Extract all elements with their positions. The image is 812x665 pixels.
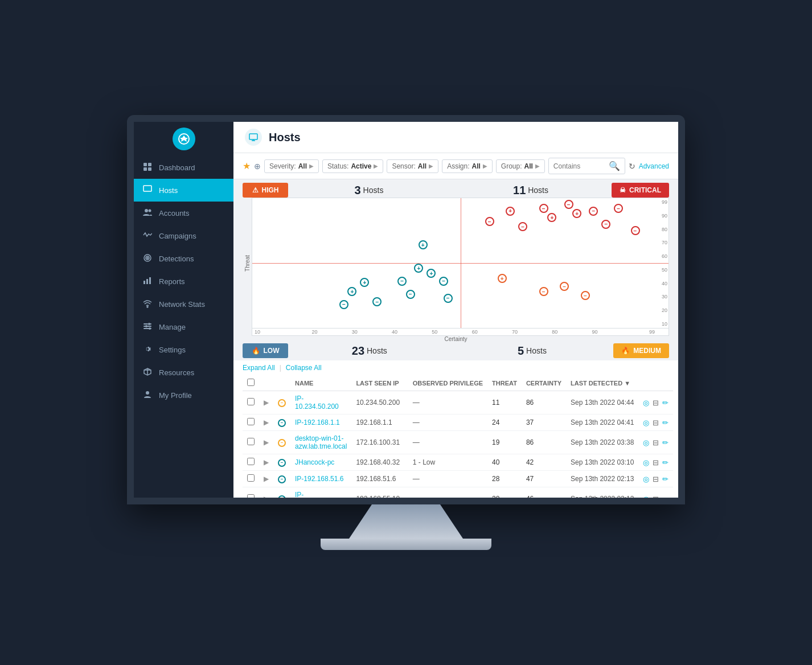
row-checkbox[interactable]: [243, 471, 259, 487]
scatter-dot[interactable]: −: [439, 277, 448, 286]
sidebar-item-resources[interactable]: Resources: [134, 361, 233, 384]
row-checkbox[interactable]: [243, 414, 259, 431]
view-action-icon[interactable]: ◎: [643, 418, 649, 427]
col-name[interactable]: NAME: [290, 375, 351, 391]
sidebar-item-detections[interactable]: Detections: [134, 247, 233, 270]
host-name-link[interactable]: JHancock-pc: [295, 458, 334, 466]
row-expand[interactable]: ▶: [259, 431, 273, 454]
favorites-icon[interactable]: ★: [243, 161, 251, 171]
search-input[interactable]: [553, 162, 606, 170]
expand-all-button[interactable]: Expand All: [243, 364, 275, 372]
col-certainty[interactable]: CERTAINTY: [522, 375, 566, 391]
row-expand[interactable]: ▶: [259, 414, 273, 431]
view-action-icon[interactable]: ◎: [643, 438, 649, 447]
scatter-dot[interactable]: −: [518, 222, 527, 231]
collapse-all-button[interactable]: Collapse All: [286, 364, 322, 372]
medium-badge[interactable]: 🔥 MEDIUM: [613, 343, 669, 358]
col-observed-privilege[interactable]: OBSERVED PRIVILEGE: [408, 375, 487, 391]
row-checkbox[interactable]: [243, 391, 259, 414]
scatter-dot[interactable]: +: [547, 213, 556, 222]
medium-hosts-count: 5 Hosts: [451, 344, 614, 358]
app-logo[interactable]: [134, 122, 233, 156]
scatter-dot[interactable]: −: [406, 290, 415, 299]
scatter-dot[interactable]: −: [339, 300, 348, 309]
host-name-link[interactable]: IP-192.168.51.6: [295, 475, 343, 483]
scatter-dot[interactable]: −: [614, 204, 623, 213]
scatter-dot[interactable]: −: [539, 287, 548, 296]
edit-action-icon[interactable]: ✏: [662, 438, 669, 447]
refresh-icon[interactable]: ↻: [629, 162, 635, 171]
sidebar-item-reports[interactable]: Reports: [134, 270, 233, 293]
edit-action-icon[interactable]: ✏: [662, 418, 669, 427]
severity-filter[interactable]: Severity: All ▶: [264, 159, 319, 173]
scatter-dot[interactable]: −: [601, 220, 610, 229]
scatter-dot[interactable]: +: [572, 209, 581, 218]
copy-action-icon[interactable]: ⊟: [653, 399, 659, 407]
row-checkbox[interactable]: [243, 487, 259, 498]
assign-filter[interactable]: Assign: All ▶: [442, 159, 493, 173]
scatter-dot[interactable]: −: [485, 217, 494, 226]
copy-action-icon[interactable]: ⊟: [653, 438, 659, 447]
edit-action-icon[interactable]: ✏: [662, 495, 669, 498]
edit-action-icon[interactable]: ✏: [662, 399, 669, 407]
scatter-dot[interactable]: +: [426, 269, 436, 278]
row-last-detected: Sep 13th 2022 04:44: [566, 391, 638, 414]
sidebar-item-settings[interactable]: Settings: [134, 338, 233, 361]
scatter-dot[interactable]: −: [581, 291, 590, 300]
row-checkbox[interactable]: [243, 431, 259, 454]
view-action-icon[interactable]: ◎: [643, 458, 649, 467]
low-badge[interactable]: 🔥 LOW: [243, 343, 288, 358]
scatter-dot[interactable]: −: [444, 294, 453, 303]
scatter-dot[interactable]: −: [372, 297, 382, 306]
edit-action-icon[interactable]: ✏: [662, 475, 669, 483]
scatter-dot[interactable]: −: [564, 200, 573, 209]
scatter-dot[interactable]: +: [360, 278, 369, 287]
copy-action-icon[interactable]: ⊟: [653, 418, 659, 427]
group-filter[interactable]: Group: All ▶: [496, 159, 545, 173]
host-name-link[interactable]: IP-192.168.55.10: [295, 491, 339, 498]
view-action-icon[interactable]: ◎: [643, 475, 649, 483]
critical-badge[interactable]: ☠ CRITICAL: [612, 183, 669, 198]
host-name-link[interactable]: desktop-win-01-azw.lab.tme.local: [295, 434, 347, 450]
sensor-filter[interactable]: Sensor: All ▶: [387, 159, 438, 173]
search-box[interactable]: 🔍: [548, 158, 625, 174]
edit-action-icon[interactable]: ✏: [662, 458, 669, 467]
sidebar-item-dashboard[interactable]: Dashboard: [134, 156, 233, 179]
host-name-link[interactable]: IP-192.168.1.1: [295, 418, 340, 426]
row-expand[interactable]: ▶: [259, 471, 273, 487]
col-last-detected[interactable]: LAST DETECTED ▼: [566, 375, 638, 391]
status-filter[interactable]: Status: Active ▶: [322, 159, 383, 173]
copy-action-icon[interactable]: ⊟: [653, 458, 659, 467]
row-expand[interactable]: ▶: [259, 391, 273, 414]
scatter-dot[interactable]: −: [589, 207, 598, 216]
scatter-dot[interactable]: −: [560, 282, 569, 291]
sidebar-item-accounts[interactable]: Accounts: [134, 202, 233, 224]
scatter-dot[interactable]: +: [419, 240, 428, 249]
copy-action-icon[interactable]: ⊟: [653, 475, 659, 483]
scatter-dot[interactable]: +: [506, 207, 515, 216]
scatter-dot[interactable]: +: [414, 264, 423, 273]
sidebar-item-manage[interactable]: Manage: [134, 315, 233, 338]
advanced-filter-link[interactable]: Advanced: [639, 162, 669, 170]
sidebar-item-campaigns[interactable]: Campaigns: [134, 224, 233, 247]
scatter-dot[interactable]: −: [631, 226, 640, 235]
select-all-checkbox[interactable]: [247, 379, 255, 386]
sidebar-item-network-stats[interactable]: Network Stats: [134, 293, 233, 315]
view-action-icon[interactable]: ◎: [643, 495, 649, 498]
row-expand[interactable]: ▶: [259, 487, 273, 498]
high-badge[interactable]: ⚠ HIGH: [243, 183, 288, 198]
tag-icon[interactable]: ⊕: [254, 162, 261, 171]
view-action-icon[interactable]: ◎: [643, 399, 649, 407]
col-last-seen-ip[interactable]: LAST SEEN IP: [351, 375, 408, 391]
host-name-link[interactable]: IP-10.234.50.200: [295, 395, 339, 411]
scatter-dot[interactable]: −: [397, 277, 407, 286]
row-expand[interactable]: ▶: [259, 454, 273, 471]
scatter-dot[interactable]: +: [347, 287, 356, 296]
row-checkbox[interactable]: [243, 454, 259, 471]
sidebar-item-hosts[interactable]: Hosts: [134, 179, 233, 202]
col-threat[interactable]: THREAT: [487, 375, 522, 391]
copy-action-icon[interactable]: ⊟: [653, 495, 659, 498]
sidebar-item-my-profile[interactable]: My Profile: [134, 384, 233, 407]
scatter-dot[interactable]: +: [498, 274, 507, 283]
scatter-dot[interactable]: −: [539, 204, 548, 213]
